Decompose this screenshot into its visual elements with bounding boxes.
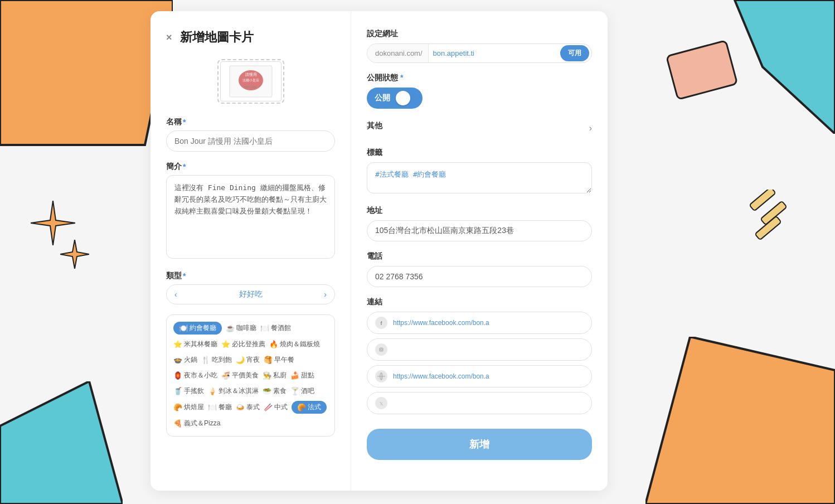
public-toggle[interactable]: 公開 [367,88,423,109]
category-tag-11[interactable]: 🍜 平價美食 [221,370,259,381]
address-input[interactable] [367,220,592,241]
intro-label: 簡介 * [166,162,335,172]
intro-textarea[interactable] [166,175,335,259]
other-label: 其他 [367,121,382,131]
tags-section: 標籤 [367,148,592,196]
toggle-text: 公開 [375,93,390,103]
title-text: 新增地圖卡片 [180,29,254,46]
url-input[interactable] [429,44,560,62]
type-label: 類型 * [166,271,335,281]
phone-label: 電話 [367,251,592,261]
intro-field-group: 簡介 * [166,162,335,261]
svg-text:法國小皇后: 法國小皇后 [242,79,259,82]
name-input[interactable] [166,130,335,152]
category-box: 🍽️ 約會餐廳 ☕ 咖啡廳 🍽️ 餐酒館 ⭐ 米其林餐廳 ⭐ 必比登推薦 🔥 [166,314,335,437]
restaurant-logo-image: 請慢用 法國小皇后 Bon Jour [220,61,281,101]
website-icon [375,370,387,382]
image-upload[interactable]: 請慢用 法國小皇后 Bon Jour [217,59,284,104]
category-tag-16[interactable]: 🥗 素食 [263,385,287,397]
website-input[interactable] [393,372,584,380]
facebook-icon: f [375,317,387,329]
svg-text:Bon Jour: Bon Jour [245,85,256,89]
category-tag-22[interactable]: 🥐 法式 [292,401,327,414]
submit-button[interactable]: 新增 [367,429,592,460]
category-tag-17[interactable]: 🍸 酒吧 [290,385,314,397]
category-tag-8[interactable]: 🌙 宵夜 [236,354,260,366]
chevron-right-icon[interactable]: › [324,290,327,299]
other-row[interactable]: 其他 › [367,119,592,138]
instagram-icon [375,343,387,356]
svg-text:請慢用: 請慢用 [245,72,256,76]
svg-rect-1 [749,190,775,211]
category-tag-10[interactable]: 🏮 夜市＆小吃 [173,370,217,381]
links-label: 連結 [367,297,592,307]
category-tag-1[interactable]: ☕ 咖啡廳 [226,322,256,335]
category-tag-7[interactable]: 🍴 吃到飽 [201,354,232,366]
type-selector[interactable]: ‹ 好好吃 › [166,284,335,304]
name-label: 名稱 * [166,117,335,127]
other-section: 其他 › [367,119,592,138]
tags-label: 標籤 [367,148,592,158]
links-section: 連結 f [367,297,592,414]
category-tag-6[interactable]: 🍲 火鍋 [173,354,197,366]
category-tag-19[interactable]: 🍽️ 餐廳 [208,401,232,414]
category-tag-14[interactable]: 🥤 手搖飲 [173,385,204,397]
twitter-link-row: 𝕏 [367,392,592,414]
name-field-group: 名稱 * [166,117,335,152]
category-tag-3[interactable]: ⭐ 米其林餐廳 [173,338,217,350]
category-tag-0[interactable]: 🍽️ 約會餐廳 [173,322,222,335]
svg-text:𝕏: 𝕏 [380,401,383,406]
toggle-knob [396,91,410,105]
address-label: 地址 [367,206,592,216]
category-tag-12[interactable]: 👨‍🍳 私廚 [263,370,287,381]
url-row: dokonani.com/ 可用 [367,43,592,63]
toggle-row: 公開 [367,88,592,109]
category-tag-5[interactable]: 🔥 燒肉＆鐵板燒 [269,338,320,350]
address-section: 地址 [367,206,592,241]
type-field-group: 類型 * ‹ 好好吃 › [166,271,335,304]
svg-point-15 [382,348,383,348]
url-section: 設定網址 dokonani.com/ 可用 [367,29,592,63]
url-prefix: dokonani.com/ [367,44,429,62]
website-link-row [367,365,592,387]
public-label: 公開狀態 * [367,73,592,83]
dialog-title: × 新增地圖卡片 [166,29,335,46]
chevron-left-icon[interactable]: ‹ [174,290,177,299]
tags-input[interactable] [367,162,592,193]
public-status-section: 公開狀態 * 公開 [367,73,592,109]
svg-point-12 [378,346,385,353]
category-tag-21[interactable]: 🥢 中式 [264,401,288,414]
type-value: 好好吃 [239,289,263,299]
category-tag-15[interactable]: 🍦 剉冰＆冰淇淋 [208,385,259,397]
facebook-input[interactable] [393,319,584,327]
twitter-icon: 𝕏 [375,397,387,409]
category-tag-23[interactable]: 🍕 義式＆Pizza [173,418,220,429]
category-tag-9[interactable]: 🥞 早午餐 [264,354,294,366]
instagram-link-row [367,338,592,361]
category-tag-18[interactable]: 🥐 烘焙屋 [173,401,204,414]
facebook-link-row: f [367,312,592,334]
right-panel: 設定網址 dokonani.com/ 可用 公開狀態 * 公開 [351,11,608,491]
url-label: 設定網址 [367,29,592,39]
close-icon[interactable]: × [166,32,172,43]
instagram-input[interactable] [393,346,584,353]
svg-rect-0 [667,41,737,100]
twitter-input[interactable] [393,399,584,407]
phone-input[interactable] [367,266,592,287]
category-tag-20[interactable]: 🍛 泰式 [236,401,260,414]
left-panel: × 新增地圖卡片 請慢用 法國小皇后 Bon Jour 名稱 * [151,11,351,491]
phone-section: 電話 [367,251,592,287]
category-tag-2[interactable]: 🍽️ 餐酒館 [260,322,291,335]
other-chevron-icon: › [589,123,592,133]
category-tag-4[interactable]: ⭐ 必比登推薦 [221,338,265,350]
category-tag-13[interactable]: 🍰 甜點 [290,370,314,381]
url-available-badge: 可用 [560,45,589,61]
